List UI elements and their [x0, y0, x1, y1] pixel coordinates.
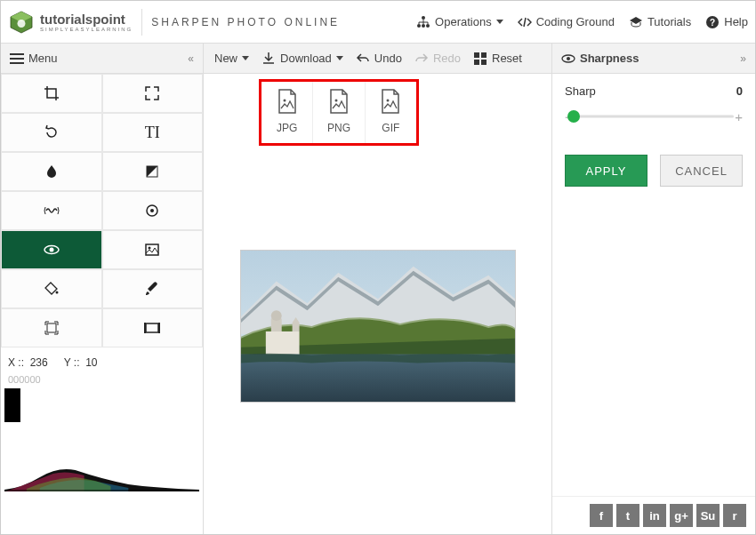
nav-tutorials-label: Tutorials [647, 15, 691, 28]
svg-point-5 [422, 24, 425, 28]
undo-button[interactable]: Undo [356, 52, 402, 66]
redo-icon [414, 52, 429, 66]
code-icon [518, 15, 532, 29]
sitemap-icon [416, 15, 430, 29]
sharpness-panel: Sharp 0 − + APPLY CANCEL fting+Sur [552, 74, 755, 534]
menu-toggle[interactable]: Menu [10, 52, 58, 66]
svg-rect-28 [144, 323, 146, 333]
tool-crop[interactable] [1, 74, 102, 113]
svg-rect-30 [4, 388, 20, 422]
svg-point-3 [422, 16, 425, 20]
new-label: New [214, 52, 237, 65]
download-png[interactable]: PNG [313, 82, 365, 143]
tool-target[interactable] [102, 191, 204, 230]
file-image-icon [261, 89, 312, 116]
working-image[interactable] [240, 250, 516, 403]
focus-icon [43, 319, 60, 337]
divider [141, 9, 142, 36]
social-twitter[interactable]: t [616, 504, 639, 527]
tool-rotate-left[interactable] [1, 113, 102, 152]
tool-contrast[interactable] [102, 152, 204, 191]
graduation-icon [629, 15, 643, 29]
download-jpg[interactable]: JPG [261, 82, 313, 143]
slider-track [574, 116, 734, 118]
undo-icon [356, 52, 370, 66]
download-gif-label: GIF [366, 122, 416, 134]
download-icon [261, 52, 276, 66]
help-icon: ? [705, 15, 720, 29]
nav-help-label: Help [724, 15, 748, 28]
menu-label: Menu [28, 52, 58, 65]
apply-button[interactable]: APPLY [565, 155, 647, 187]
tools-sidebar: TI X :: 236 Y :: 10 000000 [1, 74, 204, 534]
expand-icon [143, 84, 161, 102]
tool-text[interactable]: TI [102, 113, 204, 152]
tool-eye[interactable] [1, 230, 102, 269]
download-button[interactable]: Download [261, 52, 343, 66]
tool-vibration[interactable] [1, 191, 102, 230]
svg-point-32 [283, 100, 286, 102]
tool-focus[interactable] [1, 308, 102, 347]
cancel-button[interactable]: CANCEL [660, 155, 743, 187]
eye-icon [561, 52, 575, 66]
svg-rect-10 [10, 58, 24, 60]
nav-operations[interactable]: Operations [416, 15, 503, 29]
svg-point-25 [55, 291, 58, 294]
reset-button[interactable]: Reset [473, 52, 522, 66]
nav-help[interactable]: ? Help [705, 15, 748, 29]
svg-rect-26 [47, 323, 56, 332]
svg-rect-14 [474, 60, 479, 65]
svg-point-34 [387, 100, 390, 102]
svg-point-33 [334, 100, 337, 102]
svg-point-38 [270, 310, 281, 321]
collapse-right-icon[interactable]: » [740, 52, 746, 65]
svg-rect-13 [481, 52, 487, 58]
svg-rect-29 [158, 323, 160, 333]
sharpness-panel-toggle[interactable]: Sharpness [561, 52, 639, 66]
coord-y: Y :: 10 [64, 356, 98, 369]
logo-icon [8, 9, 35, 36]
brand-sub: SIMPLYEASYLEARNING [40, 27, 133, 32]
tool-frame[interactable] [102, 308, 204, 347]
new-button[interactable]: New [214, 52, 249, 65]
social-stumbleupon[interactable]: Su [696, 504, 720, 527]
tool-brush[interactable] [102, 269, 204, 308]
nav-coding-ground[interactable]: Coding Ground [518, 15, 615, 29]
tool-expand[interactable] [102, 74, 204, 113]
sharp-slider[interactable]: − + [565, 110, 743, 123]
frame-icon [143, 319, 161, 337]
sharp-label: Sharp [565, 84, 596, 98]
download-gif[interactable]: GIF [366, 82, 416, 143]
svg-rect-27 [146, 323, 158, 332]
file-image-icon [313, 89, 364, 116]
social-linkedin[interactable]: in [643, 504, 666, 527]
download-dropdown: JPGPNGGIF [259, 79, 419, 146]
tool-paint-bucket[interactable] [1, 269, 102, 308]
nav-tutorials[interactable]: Tutorials [629, 15, 691, 29]
tool-drop[interactable] [1, 152, 102, 191]
nav-coding-ground-label: Coding Ground [536, 15, 615, 28]
text-icon: TI [143, 124, 161, 141]
social-reddit[interactable]: r [723, 504, 746, 527]
sharpness-label: Sharpness [580, 52, 639, 65]
svg-rect-11 [10, 62, 24, 64]
menu-icon [10, 52, 24, 66]
chevron-down-icon [242, 56, 249, 60]
social-google-plus[interactable]: g+ [670, 504, 693, 527]
svg-text:?: ? [710, 18, 715, 28]
slider-knob[interactable] [567, 110, 580, 123]
redo-button[interactable]: Redo [414, 52, 461, 66]
brand-logo[interactable]: tutorialspoint SIMPLYEASYLEARNING [8, 9, 133, 36]
crop-icon [43, 84, 60, 102]
collapse-left-icon[interactable]: « [188, 52, 194, 65]
vibration-icon [43, 202, 60, 220]
social-facebook[interactable]: f [590, 504, 613, 527]
file-image-icon [366, 89, 416, 116]
svg-rect-9 [10, 53, 24, 55]
svg-point-22 [49, 248, 53, 252]
download-png-label: PNG [313, 122, 364, 134]
svg-point-20 [150, 209, 154, 212]
paint-bucket-icon [43, 280, 60, 298]
tool-image-frame[interactable] [102, 230, 204, 269]
drop-icon [43, 163, 60, 180]
